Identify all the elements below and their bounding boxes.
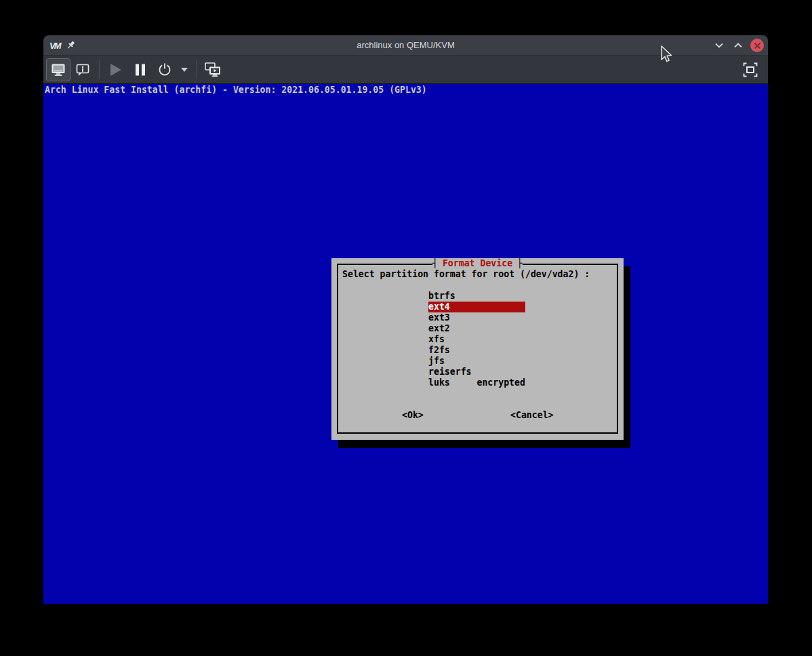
menu-item-ext3[interactable]: ext3 <box>428 312 525 323</box>
toolbar-separator <box>196 60 197 79</box>
backtitle: Arch Linux Fast Install (archfi) - Versi… <box>45 85 427 96</box>
guest-display[interactable]: Arch Linux Fast Install (archfi) - Versi… <box>43 84 768 604</box>
monitor-icon <box>50 62 66 78</box>
shutdown-menu-button[interactable] <box>177 58 192 81</box>
close-button[interactable] <box>750 39 764 52</box>
power-icon <box>157 62 172 77</box>
info-icon <box>75 62 91 78</box>
displays-icon <box>204 62 222 78</box>
menu-item-jfs[interactable]: jfs <box>428 356 525 367</box>
border-glyph-left: ┤ <box>432 258 438 269</box>
menu-item-ext4[interactable]: ext4 <box>428 302 525 312</box>
maximize-button[interactable] <box>731 39 745 52</box>
pause-icon <box>134 63 147 77</box>
ok-button[interactable]: <Ok> <box>402 410 424 421</box>
run-button[interactable] <box>104 58 128 81</box>
fullscreen-icon <box>742 62 758 78</box>
mouse-cursor <box>659 45 674 65</box>
menu-item-reiserfs[interactable]: reiserfs <box>428 367 525 377</box>
show-details-button[interactable] <box>70 58 95 81</box>
menu-item-ext2[interactable]: ext2 <box>428 323 525 334</box>
menu-item-luks[interactable]: luksencrypted <box>428 377 525 388</box>
cancel-button[interactable]: <Cancel> <box>510 410 554 421</box>
format-menu: btrfsext4ext3ext2xfsf2fsjfsreiserfslukse… <box>428 291 525 388</box>
chevron-down-icon <box>181 68 188 72</box>
format-device-dialog: ┤Format Device├ Select partition format … <box>331 258 624 440</box>
menu-item-btrfs[interactable]: btrfs <box>428 291 525 302</box>
dialog-message: Select partition format for root (/dev/v… <box>342 269 590 280</box>
shutdown-button[interactable] <box>153 58 177 81</box>
close-icon <box>754 42 761 49</box>
chevron-down-icon <box>715 43 723 48</box>
virtual-displays-button[interactable] <box>201 58 225 81</box>
menu-item-f2fs[interactable]: f2fs <box>428 345 525 356</box>
dialog-title-row: ┤Format Device├ <box>331 258 624 269</box>
pause-button[interactable] <box>128 58 153 81</box>
graphical-console-button[interactable] <box>46 58 70 81</box>
border-glyph-right: ├ <box>517 258 523 269</box>
chevron-up-icon <box>734 43 742 48</box>
fullscreen-button[interactable] <box>738 58 763 81</box>
menu-item-xfs[interactable]: xfs <box>428 334 525 345</box>
toolbar-separator <box>99 60 100 79</box>
vm-window: VM archlinux on QEMU/KVM <box>43 35 768 604</box>
minimize-button[interactable] <box>712 39 726 52</box>
dialog-title: Format Device <box>438 258 517 269</box>
play-icon <box>108 62 123 77</box>
